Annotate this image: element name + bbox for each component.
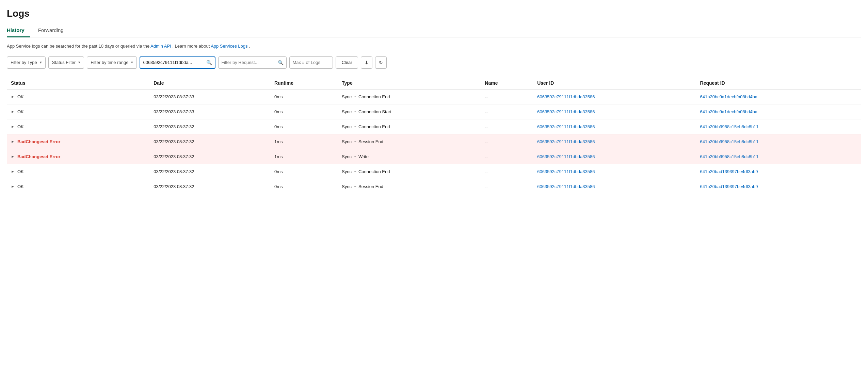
cell-type-2: Sync → Connection End (338, 119, 481, 134)
col-status: Status (7, 77, 149, 89)
cell-userid-2: 6063592c79111f1dbda33586 (533, 119, 696, 134)
row-expand-btn-5[interactable]: ► (11, 169, 15, 173)
status-filter-label: Status Filter (52, 60, 76, 65)
cell-date-6: 03/22/2023 08:37:32 (149, 179, 270, 194)
cell-status-2: ► OK (7, 119, 149, 134)
request-id-link-4[interactable]: 641b20bb9958c15eb8dc8b11 (700, 154, 759, 159)
row-expand-btn-2[interactable]: ► (11, 124, 15, 129)
logs-table: Status Date Runtime Type Name User ID Re… (7, 77, 861, 194)
request-id-link-2[interactable]: 641b20bb9958c15eb8dc8b11 (700, 124, 759, 129)
request-id-link-6[interactable]: 641b20bad139397be4df3ab9 (700, 184, 758, 189)
table-row[interactable]: ► BadChangeset Error 03/22/2023 08:37:32… (7, 134, 861, 149)
cell-requestid-6: 641b20bad139397be4df3ab9 (696, 179, 861, 194)
cell-status-5: ► OK (7, 164, 149, 179)
type-arrow-2: → (353, 124, 357, 129)
app-services-logs-link[interactable]: App Services Logs (211, 44, 247, 49)
cell-runtime-2: 0ms (270, 119, 338, 134)
user-id-link-6[interactable]: 6063592c79111f1dbda33586 (537, 184, 595, 189)
table-row[interactable]: ► OK 03/22/2023 08:37:32 0ms Sync → Conn… (7, 119, 861, 134)
cell-runtime-0: 0ms (270, 89, 338, 104)
filter-bar: Filter by Type ▾ Status Filter ▾ Filter … (7, 56, 861, 69)
row-expand-btn-0[interactable]: ► (11, 95, 15, 99)
col-name: Name (481, 77, 533, 89)
user-id-link-5[interactable]: 6063592c79111f1dbda33586 (537, 169, 595, 174)
request-search-icon: 🔍 (278, 60, 284, 65)
cell-date-3: 03/22/2023 08:37:32 (149, 134, 270, 149)
cell-runtime-4: 1ms (270, 149, 338, 164)
type-filter[interactable]: Filter by Type ▾ (7, 56, 46, 69)
cell-userid-0: 6063592c79111f1dbda33586 (533, 89, 696, 104)
cell-name-6: -- (481, 179, 533, 194)
user-id-link-1[interactable]: 6063592c79111f1dbda33586 (537, 109, 595, 114)
tab-history[interactable]: History (7, 24, 30, 37)
row-expand-btn-1[interactable]: ► (11, 110, 15, 114)
cell-type-1: Sync → Connection Start (338, 104, 481, 119)
clear-button[interactable]: Clear (336, 56, 358, 69)
page-title: Logs (7, 8, 861, 19)
max-logs-container[interactable] (289, 56, 333, 69)
table-row[interactable]: ► OK 03/22/2023 08:37:33 0ms Sync → Conn… (7, 104, 861, 119)
cell-requestid-2: 641b20bb9958c15eb8dc8b11 (696, 119, 861, 134)
table-row[interactable]: ► OK 03/22/2023 08:37:32 0ms Sync → Sess… (7, 179, 861, 194)
cell-runtime-5: 0ms (270, 164, 338, 179)
cell-status-3: ► BadChangeset Error (7, 134, 149, 149)
row-expand-btn-6[interactable]: ► (11, 184, 15, 188)
download-button[interactable]: ⬇ (361, 56, 372, 69)
tab-forwarding[interactable]: Forwarding (38, 24, 69, 37)
cell-type-4: Sync → Write (338, 149, 481, 164)
cell-name-3: -- (481, 134, 533, 149)
cell-name-0: -- (481, 89, 533, 104)
table-row[interactable]: ► OK 03/22/2023 08:37:32 0ms Sync → Conn… (7, 164, 861, 179)
row-expand-btn-3[interactable]: ► (11, 139, 15, 144)
status-label-4: BadChangeset Error (17, 154, 60, 159)
type-arrow-0: → (353, 94, 357, 99)
user-id-search-input[interactable] (143, 60, 204, 65)
cell-date-4: 03/22/2023 08:37:32 (149, 149, 270, 164)
cell-status-1: ► OK (7, 104, 149, 119)
request-filter-input[interactable] (221, 60, 276, 65)
request-id-link-0[interactable]: 641b20bc9a1decbfb08bd4ba (700, 94, 757, 99)
request-id-link-3[interactable]: 641b20bb9958c15eb8dc8b11 (700, 139, 759, 144)
request-filter-container[interactable]: 🔍 (218, 56, 287, 69)
status-label-3: BadChangeset Error (17, 139, 60, 144)
table-row[interactable]: ► BadChangeset Error 03/22/2023 08:37:32… (7, 149, 861, 164)
col-type: Type (338, 77, 481, 89)
cell-userid-1: 6063592c79111f1dbda33586 (533, 104, 696, 119)
status-label-6: OK (17, 184, 24, 189)
request-id-link-5[interactable]: 641b20bad139397be4df3ab9 (700, 169, 758, 174)
table-row[interactable]: ► OK 03/22/2023 08:37:33 0ms Sync → Conn… (7, 89, 861, 104)
status-filter[interactable]: Status Filter ▾ (48, 56, 84, 69)
user-id-link-0[interactable]: 6063592c79111f1dbda33586 (537, 94, 595, 99)
user-id-link-2[interactable]: 6063592c79111f1dbda33586 (537, 124, 595, 129)
tabs-container: History Forwarding (7, 24, 861, 37)
cell-requestid-1: 641b20bc9a1decbfb08bd4ba (696, 104, 861, 119)
cell-userid-4: 6063592c79111f1dbda33586 (533, 149, 696, 164)
cell-date-1: 03/22/2023 08:37:33 (149, 104, 270, 119)
type-arrow-6: → (353, 184, 357, 189)
time-range-label: Filter by time range (91, 60, 128, 65)
table-header-row: Status Date Runtime Type Name User ID Re… (7, 77, 861, 89)
cell-type-5: Sync → Connection End (338, 164, 481, 179)
cell-requestid-4: 641b20bb9958c15eb8dc8b11 (696, 149, 861, 164)
col-userid: User ID (533, 77, 696, 89)
cell-type-6: Sync → Session End (338, 179, 481, 194)
cell-requestid-0: 641b20bc9a1decbfb08bd4ba (696, 89, 861, 104)
description-text: App Service logs can be searched for the… (7, 43, 861, 50)
cell-userid-6: 6063592c79111f1dbda33586 (533, 179, 696, 194)
refresh-button[interactable]: ↻ (375, 56, 387, 69)
status-label-1: OK (17, 109, 24, 114)
time-range-filter[interactable]: Filter by time range ▾ (87, 56, 137, 69)
cell-type-0: Sync → Connection End (338, 89, 481, 104)
type-arrow-5: → (353, 169, 357, 174)
admin-api-link[interactable]: Admin API (150, 44, 171, 49)
user-id-link-4[interactable]: 6063592c79111f1dbda33586 (537, 154, 595, 159)
row-expand-btn-4[interactable]: ► (11, 154, 15, 159)
search-input-container[interactable]: 🔍 (140, 56, 215, 69)
type-filter-label: Filter by Type (11, 60, 37, 65)
type-arrow-1: → (353, 109, 357, 114)
cell-status-4: ► BadChangeset Error (7, 149, 149, 164)
request-id-link-1[interactable]: 641b20bc9a1decbfb08bd4ba (700, 109, 757, 114)
user-id-link-3[interactable]: 6063592c79111f1dbda33586 (537, 139, 595, 144)
col-runtime: Runtime (270, 77, 338, 89)
max-logs-input[interactable] (292, 60, 330, 65)
